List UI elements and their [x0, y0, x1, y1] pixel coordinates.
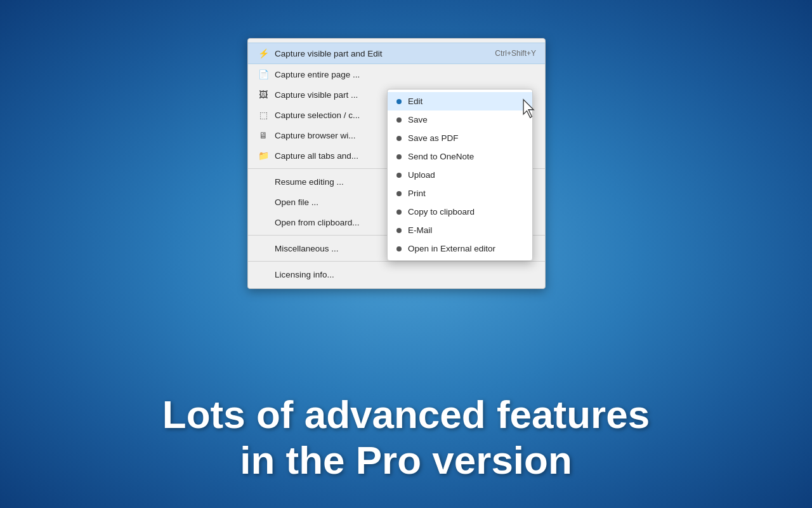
- menu-item-label: Capture browser wi...: [275, 131, 356, 140]
- menu-item-licensing-info[interactable]: Licensing info...: [248, 264, 545, 284]
- bullet-icon: [396, 191, 402, 196]
- menu-item-capture-entire-page[interactable]: 📄 Capture entire page ...: [248, 64, 545, 84]
- bullet-icon: [396, 228, 402, 233]
- submenu-item-save[interactable]: Save: [388, 110, 532, 129]
- license-icon: [257, 268, 270, 281]
- submenu-item-label: Open in External editor: [408, 244, 495, 253]
- submenu-item-label: Edit: [408, 97, 422, 106]
- divider-3: [248, 261, 545, 262]
- bullet-icon: [396, 154, 402, 159]
- menu-item-label: Licensing info...: [275, 270, 334, 279]
- folder-icon: 📁: [257, 149, 270, 162]
- submenu-item-label: E-Mail: [408, 225, 432, 235]
- submenu-item-label: Save as PDF: [408, 133, 459, 143]
- menu-item-label: Open from clipboard...: [275, 218, 360, 227]
- bullet-icon: [396, 210, 402, 215]
- submenu-item-save-as-pdf[interactable]: Save as PDF: [388, 129, 532, 147]
- submenu-item-label: Copy to clipboard: [408, 207, 475, 217]
- submenu-item-label: Save: [408, 115, 428, 124]
- bullet-icon: [396, 99, 402, 104]
- submenu: Edit Save Save as PDF Send to OneNote Up…: [387, 89, 533, 261]
- submenu-item-open-external-editor[interactable]: Open in External editor: [388, 239, 532, 258]
- menu-item-label: Miscellaneous ...: [275, 244, 339, 253]
- submenu-item-email[interactable]: E-Mail: [388, 221, 532, 239]
- resume-icon: [257, 175, 270, 188]
- menu-item-capture-visible-edit[interactable]: ⚡ Capture visible part and Edit Ctrl+Shi…: [248, 43, 545, 64]
- bullet-icon: [396, 246, 402, 251]
- menu-item-shortcut: Ctrl+Shift+Y: [482, 49, 536, 58]
- open-file-icon: [257, 196, 270, 208]
- submenu-item-upload[interactable]: Upload: [388, 166, 532, 184]
- submenu-item-label: Upload: [408, 170, 435, 180]
- menu-item-label: Capture entire page ...: [275, 70, 360, 79]
- clipboard-icon: [257, 216, 270, 229]
- submenu-item-label: Print: [408, 189, 426, 198]
- submenu-item-print[interactable]: Print: [388, 184, 532, 203]
- selection-icon: ⬚: [257, 109, 270, 121]
- menu-item-label: Capture selection / c...: [275, 110, 360, 120]
- bottom-promo-text: Lots of advanced features in the Pro ver…: [0, 392, 812, 483]
- browser-icon: 🖥: [257, 129, 270, 142]
- misc-icon: [257, 242, 270, 255]
- bullet-icon: [396, 117, 402, 123]
- submenu-item-edit[interactable]: Edit: [388, 92, 532, 110]
- promo-line-1: Lots of advanced features: [0, 392, 812, 437]
- page-arrow-icon: 🖼: [257, 88, 270, 101]
- bullet-icon: [396, 173, 402, 178]
- submenu-item-copy-to-clipboard[interactable]: Copy to clipboard: [388, 203, 532, 221]
- menu-item-label: Resume editing ...: [275, 177, 344, 187]
- lightning-icon: ⚡: [257, 47, 270, 60]
- bullet-icon: [396, 136, 402, 141]
- menu-item-label: Capture visible part and Edit: [275, 49, 383, 58]
- submenu-item-label: Send to OneNote: [408, 152, 474, 161]
- page-icon: 📄: [257, 68, 270, 81]
- menu-item-label: Capture all tabs and...: [275, 151, 358, 161]
- submenu-item-send-to-onenote[interactable]: Send to OneNote: [388, 147, 532, 166]
- promo-line-2: in the Pro version: [0, 438, 812, 483]
- menu-item-label: Open file ...: [275, 197, 318, 207]
- menu-item-label: Capture visible part ...: [275, 90, 358, 100]
